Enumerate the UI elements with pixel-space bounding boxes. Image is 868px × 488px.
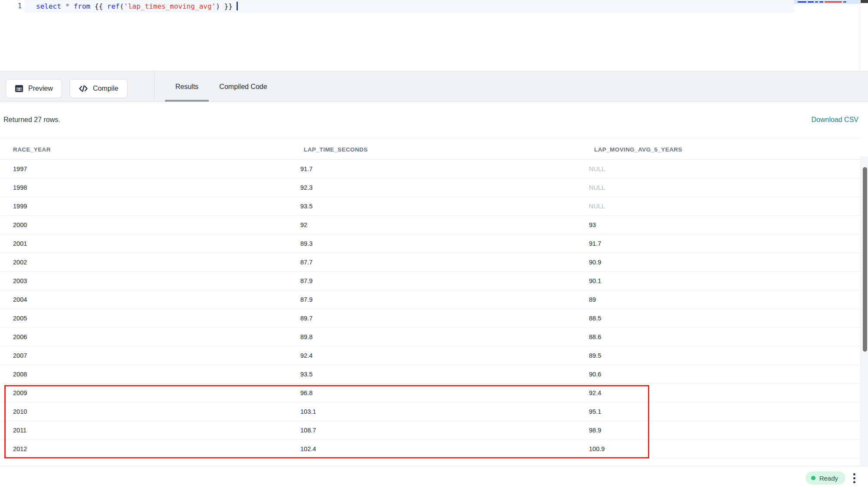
table-cell: 1999 xyxy=(13,197,27,215)
ready-status-badge[interactable]: Ready xyxy=(806,472,845,485)
table-row: 200287.790.9 xyxy=(0,253,861,272)
table-row: 2010103.195.1 xyxy=(0,402,861,421)
table-row: 200387.990.1 xyxy=(0,272,861,290)
code-token-keyword: select xyxy=(36,2,61,10)
column-header-lap-time-seconds: LAP_TIME_SECONDS xyxy=(304,138,368,160)
code-token-punct: ) xyxy=(216,2,220,10)
table-row: 200893.590.6 xyxy=(0,365,861,384)
ide-window: 1 select * from {{ ref('lap_times_moving… xyxy=(0,0,868,488)
table-cell: 102.4 xyxy=(300,440,316,458)
table-cell: 90.1 xyxy=(589,272,601,290)
kebab-menu-button[interactable] xyxy=(850,472,858,485)
minimap-mark xyxy=(808,1,814,3)
table-cell: 90.9 xyxy=(589,253,601,271)
table-cell: NULL xyxy=(589,197,605,215)
editor-scrollbar-thumb[interactable] xyxy=(861,0,868,3)
table-cell: 1997 xyxy=(13,160,27,178)
table-row: 200689.888.6 xyxy=(0,328,861,346)
code-line[interactable]: select * from {{ ref('lap_times_moving_a… xyxy=(36,2,238,11)
ready-status-label: Ready xyxy=(819,475,838,482)
table-cell: 103.1 xyxy=(300,402,316,421)
table-cell: 108.7 xyxy=(300,421,316,439)
minimap-mark xyxy=(825,1,842,3)
table-row: 200996.892.4 xyxy=(0,384,861,402)
editor-minimap[interactable] xyxy=(794,0,860,71)
table-cell: 93.5 xyxy=(300,197,312,215)
download-csv-link[interactable]: Download CSV xyxy=(812,116,859,124)
table-cell: 88.5 xyxy=(589,309,601,327)
table-row: 200189.391.7 xyxy=(0,234,861,253)
table-cell: 2009 xyxy=(13,384,27,402)
compile-button[interactable]: Compile xyxy=(69,79,128,98)
status-bar: Ready xyxy=(0,466,868,488)
table-cell: 2005 xyxy=(13,309,27,327)
text-cursor xyxy=(237,2,238,10)
tab-results[interactable]: Results xyxy=(165,71,209,102)
table-cell: 88.6 xyxy=(589,328,601,346)
results-table-body: 199791.7NULL199892.3NULL199993.5NULL2000… xyxy=(0,160,861,458)
column-header-lap-moving-avg-5-years: LAP_MOVING_AVG_5_YEARS xyxy=(594,138,682,160)
table-cell: 91.7 xyxy=(300,160,312,178)
results-meta-bar: Returned 27 rows. Download CSV xyxy=(0,102,868,138)
table-cell: 2002 xyxy=(13,253,27,271)
table-row: 200792.489.5 xyxy=(0,346,861,365)
results-scrollbar-thumb[interactable] xyxy=(863,167,867,352)
table-row: 199791.7NULL xyxy=(0,160,861,178)
minimap-active-line xyxy=(794,0,860,4)
minimap-mark xyxy=(815,1,818,3)
line-number: 1 xyxy=(12,2,22,10)
table-cell: 95.1 xyxy=(589,402,601,421)
table-cell: 92 xyxy=(300,216,307,234)
table-cell: 92.4 xyxy=(589,384,601,402)
kebab-dot-icon xyxy=(853,477,855,479)
table-cell: NULL xyxy=(589,178,605,197)
table-cell: 2006 xyxy=(13,328,27,346)
table-row: 199892.3NULL xyxy=(0,178,861,197)
toolbar-divider xyxy=(154,71,155,102)
row-count-text: Returned 27 rows. xyxy=(3,116,60,124)
sql-editor[interactable]: 1 select * from {{ ref('lap_times_moving… xyxy=(0,0,868,71)
table-cell: 2001 xyxy=(13,234,27,253)
table-cell: 2000 xyxy=(13,216,27,234)
code-token-punct xyxy=(61,2,66,10)
table-cell: 2007 xyxy=(13,346,27,365)
results-tabs: ResultsCompiled Code xyxy=(165,71,278,102)
table-cell: NULL xyxy=(589,160,605,178)
table-cell: 2004 xyxy=(13,290,27,309)
column-header-race-year: RACE_YEAR xyxy=(13,138,51,160)
table-row: 20009293 xyxy=(0,216,861,234)
table-row: 200487.989 xyxy=(0,290,861,309)
table-cell: 2010 xyxy=(13,402,27,421)
table-cell: 89.7 xyxy=(300,309,312,327)
toolbar-button-group: Preview Compile xyxy=(6,79,128,98)
results-table-header: RACE_YEAR LAP_TIME_SECONDS LAP_MOVING_AV… xyxy=(0,138,861,160)
table-cell: 87.9 xyxy=(300,290,312,309)
table-cell: 92.3 xyxy=(300,178,312,197)
table-cell: 89.5 xyxy=(589,346,601,365)
code-token-operator: * xyxy=(65,2,69,10)
table-cell: 90.6 xyxy=(589,365,601,383)
kebab-dot-icon xyxy=(853,473,855,475)
code-token-string: 'lap_times_moving_avg' xyxy=(124,2,216,10)
table-cell: 89.3 xyxy=(300,234,312,253)
table-cell: 87.7 xyxy=(300,253,312,271)
table-cell: 89 xyxy=(589,290,596,309)
code-token-keyword: from xyxy=(74,2,91,10)
editor-scrollbar-track xyxy=(860,0,860,71)
table-cell: 92.4 xyxy=(300,346,312,365)
table-cell: 2008 xyxy=(13,365,27,383)
results-toolbar: Preview Compile ResultsCompiled Code xyxy=(0,71,868,102)
minimap-mark xyxy=(798,1,806,3)
table-cell: 89.8 xyxy=(300,328,312,346)
preview-button[interactable]: Preview xyxy=(6,79,62,98)
table-cell: 100.9 xyxy=(589,440,605,458)
preview-button-label: Preview xyxy=(28,85,53,92)
tab-compiled-code[interactable]: Compiled Code xyxy=(209,71,277,102)
code-token-punct: }} xyxy=(220,2,233,10)
table-row: 199993.5NULL xyxy=(0,197,861,216)
compile-button-label: Compile xyxy=(93,85,118,92)
table-cell: 91.7 xyxy=(589,234,601,253)
code-token-punct: {{ xyxy=(90,2,107,10)
ready-status-dot-icon xyxy=(811,476,815,480)
table-icon xyxy=(15,84,23,93)
